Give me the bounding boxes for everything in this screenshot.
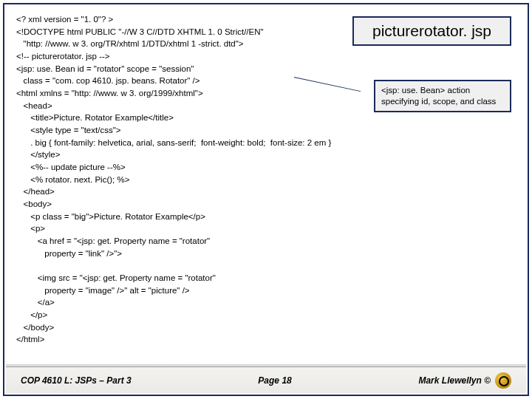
footer-page: Page 18 xyxy=(258,375,291,386)
footer-left: COP 4610 L: JSPs – Part 3 xyxy=(21,375,132,386)
code-block: <? xml version = "1. 0"? > <!DOCTYPE htm… xyxy=(16,13,516,346)
callout-text: <jsp: use. Bean> action specifying id, s… xyxy=(381,86,496,106)
code-text: <? xml version = "1. 0"? > <!DOCTYPE htm… xyxy=(16,13,516,346)
footer-bar: COP 4610 L: JSPs – Part 3 Page 18 Mark L… xyxy=(6,366,526,393)
title-text: picturerotator. jsp xyxy=(372,22,491,40)
footer-course: COP 4610 L: JSPs – Part 3 xyxy=(21,375,132,386)
footer-center: Page 18 xyxy=(258,375,291,386)
callout-box: <jsp: use. Bean> action specifying id, s… xyxy=(374,80,511,112)
footer-right: Mark Llewellyn © xyxy=(418,372,511,389)
footer-author: Mark Llewellyn © xyxy=(418,375,491,386)
ucf-logo-icon xyxy=(495,372,511,389)
title-box: picturerotator. jsp xyxy=(352,16,511,46)
